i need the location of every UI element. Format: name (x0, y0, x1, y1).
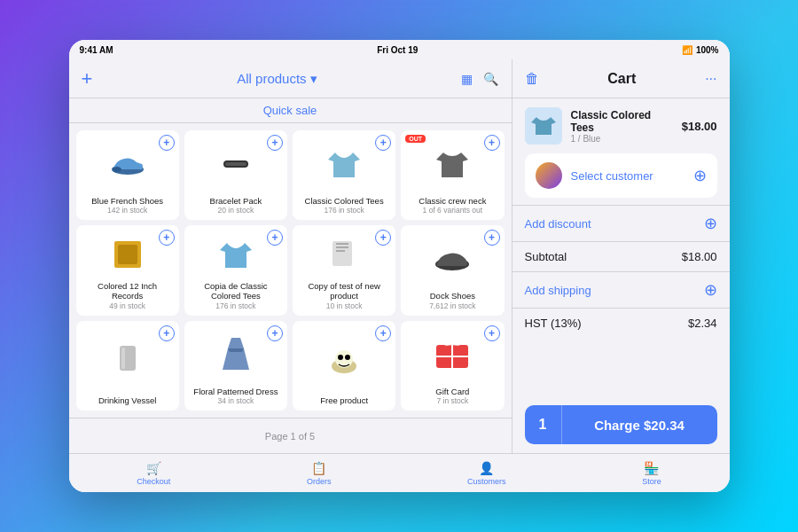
product-card-gift-card[interactable]: +Gift Card7 in stock (401, 321, 504, 411)
add-to-cart-icon[interactable]: + (375, 325, 391, 341)
all-products-label: All products (237, 71, 306, 86)
charge-button[interactable]: Charge $20.34 (562, 405, 717, 444)
status-date: Fri Oct 19 (377, 45, 418, 55)
status-icons: 📶 100% (682, 45, 719, 55)
select-customer-row[interactable]: Select customer ⊕ (525, 153, 717, 198)
product-stock: 1 of 6 variants out (423, 206, 483, 215)
add-discount-icon: ⊕ (704, 214, 717, 233)
svg-rect-8 (336, 246, 348, 248)
product-card-copia-de-classic[interactable]: +Copia de Classic Colored Tees176 in sto… (184, 225, 287, 315)
product-card-dock-shoes[interactable]: +Dock Shoes7,612 in stock (401, 225, 504, 315)
cart-item-name: Classic Colored Tees (571, 109, 673, 134)
svg-point-16 (345, 355, 350, 360)
product-name: Classic crew neck (419, 196, 486, 206)
customers-nav-label: Customers (467, 477, 506, 486)
left-header: + All products ▾ ▦ 🔍 (69, 59, 512, 98)
products-filter[interactable]: All products ▾ (237, 71, 317, 87)
store-nav-icon: 🏪 (644, 461, 659, 475)
product-card-classic-colored-tees[interactable]: +Classic Colored Tees176 in stock (293, 130, 395, 220)
cart-item-image (525, 107, 562, 145)
product-card-blue-french-shoes[interactable]: +Blue French Shoes142 in stock (76, 130, 179, 220)
product-stock: 20 in stock (218, 206, 254, 215)
product-card-bracelet-pack[interactable]: +Bracelet Pack20 in stock (184, 130, 287, 220)
product-stock: 34 in stock (218, 396, 254, 405)
add-to-cart-icon[interactable]: + (159, 230, 175, 246)
cart-header: 🗑 Cart ··· (512, 59, 730, 98)
add-product-button[interactable]: + (82, 67, 93, 90)
cart-item[interactable]: Classic Colored Tees 1 / Blue $18.00 (512, 98, 730, 153)
product-card-colored-12[interactable]: +Colored 12 Inch Records49 in stock (76, 225, 179, 315)
customer-avatar (536, 162, 562, 189)
tax-value: $2.34 (688, 317, 717, 330)
product-card-free-product[interactable]: +Free product (293, 321, 395, 411)
svg-point-14 (335, 350, 353, 368)
product-name: Copy of test of new product (298, 281, 390, 301)
nav-item-checkout[interactable]: 🛒Checkout (137, 461, 170, 486)
add-shipping-label: Add shipping (525, 284, 591, 297)
search-icon[interactable]: 🔍 (483, 72, 498, 86)
product-card-floral-dress[interactable]: +Floral Patterned Dress34 in stock (184, 321, 287, 411)
add-to-cart-icon[interactable]: + (159, 135, 175, 151)
quick-sale-banner: Quick sale (69, 98, 512, 123)
product-stock: 176 in stock (215, 301, 255, 310)
product-name: Bracelet Pack (210, 196, 262, 206)
header-right-icons: ▦ 🔍 (461, 72, 498, 86)
nav-item-customers[interactable]: 👤Customers (467, 461, 506, 486)
subtotal-value: $18.00 (682, 250, 717, 263)
cart-item-info: Classic Colored Tees 1 / Blue (571, 109, 673, 144)
add-to-cart-icon[interactable]: + (159, 325, 175, 341)
add-to-cart-icon[interactable]: + (484, 135, 500, 151)
product-name: Gift Card (435, 387, 469, 396)
out-of-stock-badge: OUT (405, 135, 426, 143)
product-name: Drinking Vessel (98, 395, 156, 405)
add-to-cart-icon[interactable]: + (484, 325, 500, 341)
product-name: Free product (320, 395, 368, 405)
svg-rect-6 (332, 241, 352, 266)
barcode-icon[interactable]: ▦ (461, 72, 473, 86)
status-bar: 9:41 AM Fri Oct 19 📶 100% (69, 40, 730, 59)
add-discount-label: Add discount (525, 217, 591, 231)
select-customer-label: Select customer (571, 169, 685, 183)
product-card-copy-test[interactable]: +Copy of test of new product10 in stock (293, 225, 395, 315)
product-grid: +Blue French Shoes142 in stock+Bracelet … (69, 123, 512, 418)
product-card-classic-crew-neck[interactable]: OUT+Classic crew neck1 of 6 variants out (401, 130, 504, 220)
product-stock: 176 in stock (324, 206, 364, 215)
product-stock: 10 in stock (326, 301, 363, 310)
add-shipping-icon: ⊕ (704, 280, 717, 300)
svg-point-1 (113, 167, 121, 172)
page-indicator: Page 1 of 5 (69, 418, 512, 453)
customers-nav-icon: 👤 (479, 461, 494, 475)
wifi-icon: 📶 (682, 45, 692, 55)
add-customer-icon: ⊕ (693, 166, 707, 185)
nav-item-store[interactable]: 🏪Store (642, 461, 661, 486)
product-stock: 7 in stock (436, 396, 468, 405)
product-name: Blue French Shoes (91, 196, 163, 206)
battery-label: 100% (696, 45, 719, 55)
nav-item-orders[interactable]: 📋Orders (307, 461, 332, 486)
charge-area: 1 Charge $20.34 (525, 405, 717, 444)
add-to-cart-icon[interactable]: + (267, 135, 283, 151)
orders-nav-icon: 📋 (311, 461, 326, 475)
add-to-cart-icon[interactable]: + (484, 230, 500, 246)
add-to-cart-icon[interactable]: + (267, 325, 283, 341)
add-discount-row[interactable]: Add discount ⊕ (512, 205, 730, 241)
trash-icon[interactable]: 🗑 (525, 71, 539, 87)
product-name: Floral Patterned Dress (193, 387, 278, 396)
product-card-drinking-vessel[interactable]: +Drinking Vessel (76, 321, 179, 411)
left-panel: + All products ▾ ▦ 🔍 Quick sale +Blue Fr… (69, 59, 512, 453)
orders-nav-label: Orders (307, 477, 332, 486)
product-stock: 7,612 in stock (429, 301, 475, 310)
product-name: Colored 12 Inch Records (82, 281, 174, 301)
svg-point-15 (338, 355, 343, 360)
status-time: 9:41 AM (80, 45, 113, 55)
checkout-nav-label: Checkout (137, 477, 170, 486)
add-shipping-row[interactable]: Add shipping ⊕ (512, 271, 730, 308)
main-content: + All products ▾ ▦ 🔍 Quick sale +Blue Fr… (69, 59, 730, 453)
more-options-icon[interactable]: ··· (705, 71, 716, 87)
svg-rect-5 (118, 245, 137, 264)
product-stock: 49 in stock (109, 301, 145, 310)
svg-rect-7 (336, 243, 348, 245)
tax-row: HST (13%) $2.34 (512, 308, 730, 338)
charge-qty[interactable]: 1 (525, 405, 562, 444)
tshirt-svg (528, 110, 559, 142)
